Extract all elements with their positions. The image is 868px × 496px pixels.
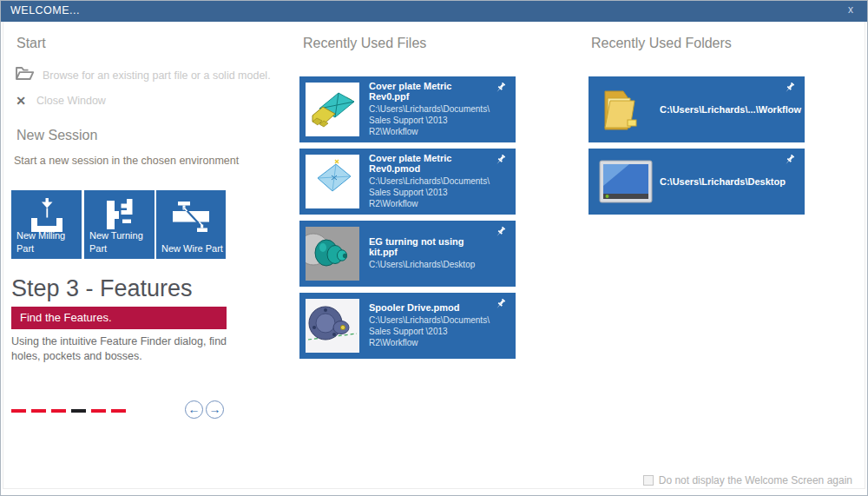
file-name: Cover plate Metric Rev0.ppf <box>369 81 493 102</box>
tile-label: New Turning Part <box>89 229 152 255</box>
next-page-button[interactable]: → <box>206 400 224 419</box>
file-thumbnail-spooler-drive <box>306 299 359 353</box>
file-name: EG turning not using kit.ppf <box>369 236 493 257</box>
file-name: Cover plate Metric Rev0.pmod <box>369 153 493 174</box>
title-bar: WELCOME... x <box>1 1 867 22</box>
recent-files-heading: Recently Used Files <box>303 36 426 51</box>
previous-page-button[interactable]: ← <box>185 400 203 419</box>
close-icon[interactable]: x <box>843 3 858 16</box>
folder-path: C:\Users\Lrichards\...\Workflow <box>660 104 782 115</box>
page-dash <box>91 409 106 413</box>
recent-file-card[interactable]: Spooler Drive.pmod C:\Users\Lrichards\Do… <box>299 293 516 359</box>
tile-label: New Wire Part <box>161 242 223 255</box>
step-description: Using the intuitive Feature Finder dialo… <box>11 334 232 364</box>
recent-folders-heading: Recently Used Folders <box>591 36 732 51</box>
step-heading: Step 3 - Features <box>11 275 193 302</box>
recent-file-card[interactable]: Cover plate Metric Rev0.ppf C:\Users\Lri… <box>299 76 516 142</box>
file-name: Spooler Drive.pmod <box>369 302 493 313</box>
file-path: C:\Users\Lrichards\Documents\Sales Suppo… <box>369 103 493 138</box>
pin-icon[interactable] <box>782 82 797 100</box>
carousel-page-indicator <box>11 409 126 413</box>
browse-button[interactable]: Browse for an existing part file or a so… <box>15 65 271 85</box>
pin-icon[interactable] <box>493 154 508 172</box>
dont-display-again-label: Do not display the Welcome Screen again <box>659 474 852 486</box>
pin-icon[interactable] <box>493 226 508 244</box>
dont-display-again-option[interactable]: Do not display the Welcome Screen again <box>643 474 852 486</box>
new-session-subtitle: Start a new session in the chosen enviro… <box>14 155 239 167</box>
browse-label: Browse for an existing part file or a so… <box>43 69 271 82</box>
page-dash <box>111 409 126 413</box>
dont-display-again-checkbox[interactable] <box>643 475 654 486</box>
step-banner: Find the Features. <box>11 307 227 329</box>
new-turning-part-tile[interactable]: New Turning Part <box>84 190 155 259</box>
page-dash <box>51 409 66 413</box>
pin-icon[interactable] <box>782 154 797 172</box>
file-path: C:\Users\Lrichards\Documents\Sales Suppo… <box>369 175 493 210</box>
close-window-label: Close Window <box>36 95 106 107</box>
folder-icon <box>597 84 648 138</box>
page-dash-active <box>71 409 86 413</box>
file-thumbnail-wireframe-plate <box>306 155 359 208</box>
recent-folder-card[interactable]: C:\Users\Lrichards\Desktop <box>589 149 805 215</box>
open-folder-icon <box>15 65 35 85</box>
recent-file-card[interactable]: EG turning not using kit.ppf C:\Users\Lr… <box>299 221 516 287</box>
welcome-window: WELCOME... x Start Browse for an existin… <box>0 0 868 496</box>
wire-edm-icon <box>171 201 211 239</box>
new-wire-part-tile[interactable]: New Wire Part <box>156 190 226 259</box>
page-dash <box>11 409 26 413</box>
page-dash <box>31 409 46 413</box>
desktop-monitor-icon <box>599 160 653 207</box>
window-title: WELCOME... <box>10 4 80 17</box>
file-thumbnail-turned-part <box>306 227 359 281</box>
pin-icon[interactable] <box>493 82 508 100</box>
recent-file-card[interactable]: Cover plate Metric Rev0.pmod C:\Users\Lr… <box>299 149 516 215</box>
folder-path: C:\Users\Lrichards\Desktop <box>660 176 782 187</box>
new-milling-part-tile[interactable]: New Milling Part <box>11 190 82 259</box>
file-thumbnail-cover-plate <box>306 83 359 136</box>
new-session-heading: New Session <box>16 128 97 143</box>
pin-icon[interactable] <box>493 298 508 316</box>
close-window-button[interactable]: ✕ Close Window <box>13 94 106 108</box>
file-path: C:\Users\Lrichards\Desktop <box>369 259 493 270</box>
recent-folder-card[interactable]: C:\Users\Lrichards\...\Workflow <box>589 76 805 142</box>
start-heading: Start <box>16 36 46 51</box>
file-path: C:\Users\Lrichards\Documents\Sales Suppo… <box>369 314 493 349</box>
close-x-icon: ✕ <box>13 94 29 108</box>
tile-label: New Milling Part <box>16 229 79 255</box>
